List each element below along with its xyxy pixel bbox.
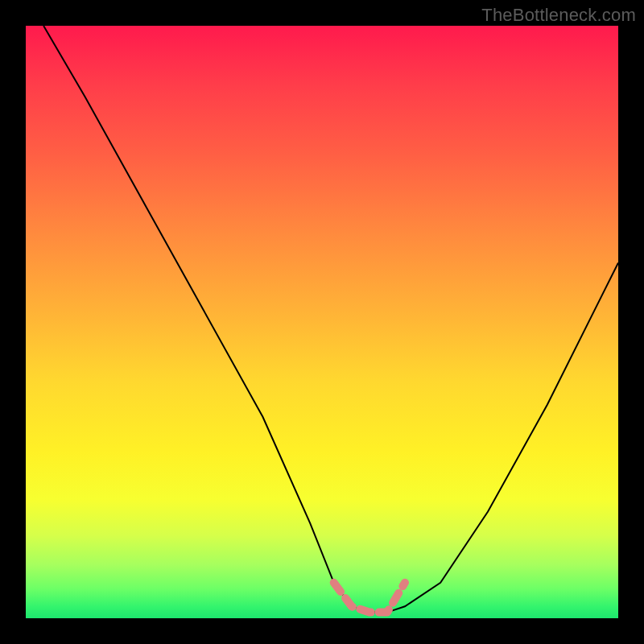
highlight-segment xyxy=(334,583,405,613)
curve-layer xyxy=(26,26,618,618)
bottleneck-curve xyxy=(43,26,618,613)
watermark-text: TheBottleneck.com xyxy=(481,5,636,26)
chart-frame: TheBottleneck.com xyxy=(0,0,644,644)
plot-area xyxy=(26,26,618,618)
